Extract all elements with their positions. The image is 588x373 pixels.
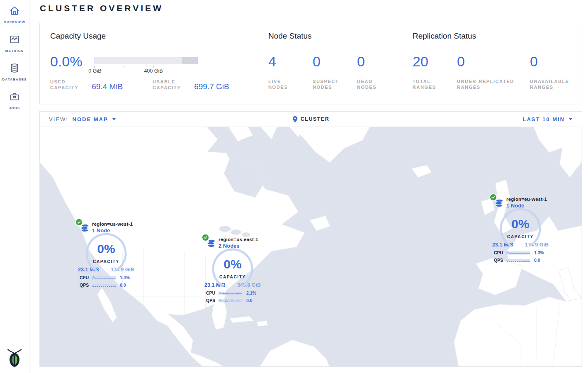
live-nodes-label: LIVE NODES bbox=[268, 78, 313, 90]
unavailable-ranges-stat: 0 UNAVAILABLE RANGES bbox=[530, 54, 569, 90]
under-replicated-ranges-value: 0 bbox=[457, 54, 530, 69]
capacity-bar-reserved-segment bbox=[182, 57, 198, 64]
database-icon bbox=[9, 63, 20, 73]
cluster-overview-page: OVERVIEW METRICS DATABASES JOBS bbox=[0, 0, 588, 373]
sidebar-item-jobs[interactable]: JOBS bbox=[0, 86, 29, 115]
qps-sparkline bbox=[219, 298, 243, 303]
gauge-caption: CAPACITY bbox=[83, 259, 129, 264]
sidebar-item-metrics[interactable]: METRICS bbox=[0, 29, 29, 57]
region-name: region=eu-west-1 bbox=[506, 197, 547, 202]
qps-label: QPS bbox=[494, 258, 506, 263]
gauge-caption: CAPACITY bbox=[209, 275, 256, 279]
capacity-usage-title: Capacity Usage bbox=[50, 32, 106, 41]
map-toolbar: VIEW: NODE MAP CLUSTER LAST 10 MIN bbox=[39, 111, 582, 127]
dead-nodes-stat: 0 DEAD NODES bbox=[357, 54, 401, 90]
capacity-gauge: 0% CAPACITY bbox=[497, 205, 544, 252]
node-status-section: Node Status 4 LIVE NODES 0 SUSPECT NODES… bbox=[268, 23, 405, 104]
cockroachdb-logo[interactable] bbox=[0, 348, 29, 369]
qps-value: 0.0 bbox=[120, 283, 126, 288]
sidebar-label-jobs: JOBS bbox=[0, 106, 29, 110]
capacity-bar-ticks bbox=[94, 64, 202, 68]
under-replicated-ranges-stat: 0 UNDER-REPLICATED RANGES bbox=[457, 54, 530, 90]
usable-capacity-value: 699.7 GiB bbox=[194, 83, 229, 90]
qps-row: QPS 0.0 bbox=[491, 258, 549, 263]
capacity-tick-400gib: 400 GiB bbox=[144, 68, 163, 74]
briefcase-icon bbox=[9, 91, 20, 102]
replication-status-title: Replication Status bbox=[413, 32, 476, 41]
dead-nodes-label: DEAD NODES bbox=[357, 78, 401, 90]
total-ranges-stat: 20 TOTAL RANGES bbox=[413, 54, 457, 90]
capacity-tick-0gib: 0 GiB bbox=[88, 68, 101, 74]
sidebar-label-metrics: METRICS bbox=[0, 49, 29, 53]
cluster-summary-panel: Capacity Usage 0.0% 0 GiB 400 GiB USED C… bbox=[39, 23, 582, 104]
sidebar-label-databases: DATABASES bbox=[0, 78, 29, 81]
qps-sparkline bbox=[92, 283, 116, 288]
qps-value: 0.0 bbox=[534, 258, 540, 263]
qps-row: QPS 0.0 bbox=[204, 298, 262, 303]
view-value: NODE MAP bbox=[73, 116, 108, 122]
sidebar: OVERVIEW METRICS DATABASES JOBS bbox=[0, 0, 29, 373]
capacity-gauge: 0% CAPACITY bbox=[209, 246, 256, 292]
gauge-percent: 0% bbox=[209, 257, 256, 271]
qps-label: QPS bbox=[80, 283, 92, 288]
replication-status-section: Replication Status 20 TOTAL RANGES 0 UND… bbox=[413, 23, 578, 104]
usable-capacity-stat: USABLE CAPACITY 699.7 GiB bbox=[153, 79, 229, 90]
total-ranges-label: TOTAL RANGES bbox=[413, 78, 457, 90]
used-capacity-value: 69.4 MiB bbox=[92, 83, 123, 90]
region-marker-eu-west-1[interactable]: region=eu-west-1 1 Node 0% CAPACITY 23.1… bbox=[491, 194, 549, 263]
view-selector[interactable]: VIEW: NODE MAP bbox=[49, 116, 116, 122]
region-name: region=us-east-1 bbox=[219, 237, 258, 242]
qps-row: QPS 0.0 bbox=[77, 283, 135, 288]
qps-value: 0.0 bbox=[246, 298, 253, 303]
chevron-down-icon bbox=[569, 118, 573, 120]
view-label: VIEW: bbox=[49, 116, 68, 122]
live-nodes-value: 4 bbox=[268, 54, 313, 69]
gauge-percent: 0% bbox=[83, 242, 129, 256]
gauge-percent: 0% bbox=[497, 217, 544, 231]
capacity-gauge: 0% CAPACITY bbox=[83, 230, 129, 277]
qps-sparkline bbox=[506, 258, 530, 263]
chevron-down-icon bbox=[112, 118, 116, 120]
used-capacity-label: USED CAPACITY bbox=[50, 79, 78, 90]
capacity-used-percent: 0.0% bbox=[50, 54, 83, 69]
suspect-nodes-stat: 0 SUSPECT NODES bbox=[313, 54, 357, 90]
region-name: region=us-west-1 bbox=[92, 222, 133, 227]
metrics-chart-icon bbox=[9, 34, 20, 45]
region-marker-us-east-1[interactable]: region=us-east-1 2 Nodes 0% CAPACITY 23.… bbox=[204, 234, 262, 303]
breadcrumb-cluster[interactable]: CLUSTER bbox=[292, 116, 330, 123]
live-nodes-stat: 4 LIVE NODES bbox=[268, 54, 313, 90]
sidebar-item-overview[interactable]: OVERVIEW bbox=[0, 0, 29, 29]
node-status-title: Node Status bbox=[268, 32, 312, 41]
page-title: CLUSTER OVERVIEW bbox=[40, 3, 163, 13]
qps-label: QPS bbox=[206, 298, 219, 303]
capacity-bar: 0 GiB 400 GiB bbox=[94, 57, 202, 75]
time-range-value: LAST 10 MIN bbox=[523, 116, 565, 122]
unavailable-ranges-label: UNAVAILABLE RANGES bbox=[530, 78, 569, 90]
usable-capacity-label: USABLE CAPACITY bbox=[153, 79, 181, 90]
sidebar-label-overview: OVERVIEW bbox=[0, 20, 29, 24]
used-capacity-stat: USED CAPACITY 69.4 MiB bbox=[50, 79, 123, 90]
map-pin-icon bbox=[292, 116, 298, 123]
suspect-nodes-label: SUSPECT NODES bbox=[313, 78, 357, 90]
region-marker-us-west-1[interactable]: region=us-west-1 1 Node 0% CAPACITY 23.1… bbox=[77, 219, 135, 288]
home-icon bbox=[9, 5, 20, 16]
suspect-nodes-value: 0 bbox=[313, 54, 357, 69]
breadcrumb-label: CLUSTER bbox=[301, 116, 330, 122]
node-map: region=us-west-1 1 Node 0% CAPACITY 23.1… bbox=[39, 127, 582, 367]
unavailable-ranges-value: 0 bbox=[530, 54, 569, 69]
sidebar-item-databases[interactable]: DATABASES bbox=[0, 57, 29, 86]
total-ranges-value: 20 bbox=[413, 54, 457, 69]
capacity-bar-track bbox=[94, 57, 198, 64]
gauge-caption: CAPACITY bbox=[497, 234, 544, 239]
under-replicated-ranges-label: UNDER-REPLICATED RANGES bbox=[457, 78, 530, 90]
capacity-usage-section: Capacity Usage 0.0% 0 GiB 400 GiB USED C… bbox=[50, 23, 260, 104]
dead-nodes-value: 0 bbox=[357, 54, 401, 69]
time-range-selector[interactable]: LAST 10 MIN bbox=[523, 116, 573, 122]
